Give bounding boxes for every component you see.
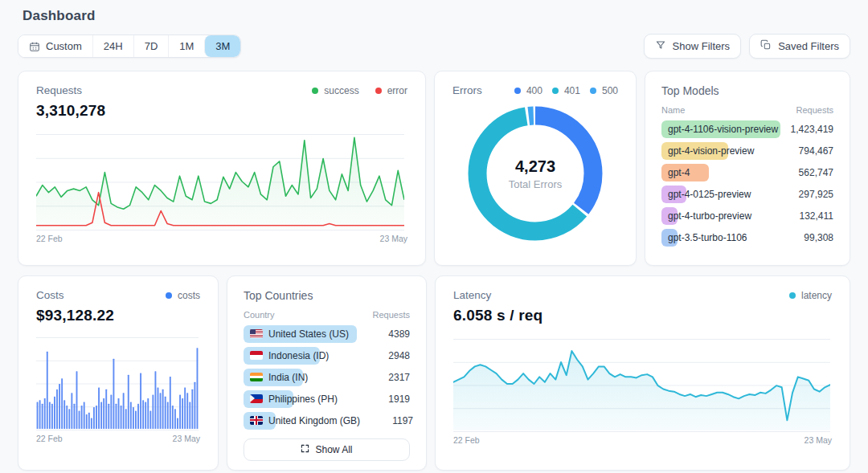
flag-ph-icon bbox=[250, 394, 263, 403]
row-label: gpt-4 bbox=[668, 167, 690, 178]
latency-x-axis: 22 Feb 23 May bbox=[453, 435, 832, 445]
country-row: Indonesia (ID)2948 bbox=[244, 345, 410, 366]
row-label: Indonesia (ID) bbox=[268, 350, 329, 361]
flag-id-icon bbox=[250, 351, 263, 360]
row-name: Indonesia (ID) bbox=[244, 350, 329, 361]
top-models-title: Top Models bbox=[661, 84, 833, 97]
latency-legend: latency bbox=[789, 290, 832, 301]
row-requests-value: 1197 bbox=[366, 415, 413, 426]
toolbar-filters: Show Filters Saved Filters bbox=[644, 34, 850, 59]
top-countries-list: United States (US)4389Indonesia (ID)2948… bbox=[244, 323, 410, 431]
country-row: United Kingdom (GB)1197 bbox=[244, 410, 410, 431]
column-header-country: Country bbox=[244, 310, 275, 320]
time-range-custom[interactable]: Custom bbox=[18, 35, 92, 57]
column-header-requests: Requests bbox=[373, 310, 410, 320]
errors-donut-chart: 4,273 Total Errors bbox=[467, 104, 604, 243]
time-range-label: 1M bbox=[179, 40, 194, 52]
flag-in-icon bbox=[250, 373, 263, 381]
row-requests-value: 1919 bbox=[363, 393, 410, 405]
time-range-1m[interactable]: 1M bbox=[168, 35, 204, 57]
row-label: gpt-4-1106-vision-preview bbox=[668, 124, 778, 135]
time-range-24h[interactable]: 24H bbox=[92, 35, 133, 57]
funnel-icon bbox=[655, 39, 666, 53]
time-range-3m-selected[interactable]: 3M bbox=[204, 35, 240, 57]
x-axis-start-label: 22 Feb bbox=[453, 435, 480, 445]
column-header-name: Name bbox=[661, 105, 685, 115]
legend-item-500: 500 bbox=[590, 85, 618, 96]
row-name: Philippines (PH) bbox=[244, 393, 338, 405]
dashboard-page: Dashboard Custom24H7D1M3M Show Filters S… bbox=[0, 0, 868, 471]
legend-label: costs bbox=[178, 290, 200, 301]
legend-label: success bbox=[324, 85, 358, 96]
row-requests-value: 132,411 bbox=[787, 210, 833, 222]
top-models-list: gpt-4-1106-vision-preview1,423,419gpt-4-… bbox=[661, 118, 833, 248]
row-requests-value: 2948 bbox=[363, 350, 410, 361]
row-label: gpt-4-0125-preview bbox=[668, 189, 751, 200]
time-range-label: Custom bbox=[46, 40, 82, 52]
latency-value: 6.058 s / req bbox=[453, 307, 832, 324]
row-name: India (IN) bbox=[244, 372, 308, 383]
flag-us-icon bbox=[250, 329, 263, 338]
costs-legend: costs bbox=[166, 290, 200, 301]
row-label: gpt-4-vision-preview bbox=[668, 145, 754, 157]
x-axis-end-label: 23 May bbox=[173, 434, 200, 443]
legend-item-400: 400 bbox=[514, 85, 542, 96]
row-requests-value: 794,467 bbox=[787, 145, 833, 157]
calendar-icon bbox=[29, 41, 40, 52]
latency-card: Latency latency 6.058 s / req 22 Feb 23 … bbox=[435, 275, 850, 471]
row-requests-value: 4389 bbox=[363, 328, 410, 340]
time-range-label: 7D bbox=[145, 40, 158, 52]
time-range-label: 24H bbox=[104, 40, 123, 52]
errors-legend: 400401500 bbox=[514, 85, 618, 96]
costs-card-title: Costs bbox=[36, 289, 64, 301]
toolbar: Custom24H7D1M3M Show Filters Saved Filte… bbox=[18, 34, 850, 59]
costs-bar-chart bbox=[36, 337, 199, 430]
show-filters-label: Show Filters bbox=[673, 40, 731, 52]
copy-icon bbox=[760, 39, 772, 53]
column-header-requests: Requests bbox=[796, 105, 833, 115]
legend-dot-icon bbox=[789, 292, 796, 299]
latency-area-chart bbox=[453, 339, 830, 432]
row-requests-value: 562,747 bbox=[787, 167, 833, 178]
row-label: United States (US) bbox=[268, 328, 349, 340]
time-range-label: 3M bbox=[215, 40, 230, 52]
errors-card-title: Errors bbox=[452, 84, 482, 96]
saved-filters-button[interactable]: Saved Filters bbox=[749, 34, 850, 59]
row-label: India (IN) bbox=[268, 372, 308, 383]
row-label: gpt-3.5-turbo-1106 bbox=[668, 232, 747, 243]
row-name: gpt-4-vision-preview bbox=[661, 145, 754, 157]
legend-dot-icon bbox=[375, 88, 382, 94]
requests-card-title: Requests bbox=[36, 84, 82, 96]
top-countries-columns: Country Requests bbox=[244, 310, 410, 320]
requests-x-axis: 22 Feb 23 May bbox=[36, 234, 407, 243]
legend-label: error bbox=[387, 85, 407, 96]
x-axis-start-label: 22 Feb bbox=[36, 234, 63, 243]
errors-card: Errors 400401500 4,273 Total Errors bbox=[434, 71, 637, 266]
top-models-columns: Name Requests bbox=[661, 105, 833, 115]
show-filters-button[interactable]: Show Filters bbox=[644, 34, 742, 59]
row-name: gpt-4-1106-vision-preview bbox=[661, 124, 778, 135]
requests-chart bbox=[36, 134, 407, 230]
top-countries-title: Top Countries bbox=[244, 289, 410, 302]
x-axis-end-label: 23 May bbox=[805, 435, 832, 445]
row-name: United States (US) bbox=[244, 328, 349, 340]
country-row: United States (US)4389 bbox=[244, 323, 410, 345]
time-range-7d[interactable]: 7D bbox=[133, 35, 169, 57]
legend-dot-icon bbox=[514, 88, 521, 94]
country-row: Philippines (PH)1919 bbox=[244, 388, 410, 410]
model-row: gpt-3.5-turbo-110699,308 bbox=[661, 226, 833, 248]
row-label: gpt-4-turbo-preview bbox=[668, 210, 751, 222]
legend-item-success: success bbox=[312, 85, 358, 96]
expand-icon bbox=[301, 444, 309, 455]
costs-x-axis: 22 Feb 23 May bbox=[36, 434, 200, 443]
time-range-selector: Custom24H7D1M3M bbox=[18, 35, 241, 58]
row-name: gpt-4-turbo-preview bbox=[661, 210, 751, 222]
model-row: gpt-4562,747 bbox=[661, 161, 833, 183]
model-row: gpt-4-1106-vision-preview1,423,419 bbox=[661, 118, 833, 140]
country-row: India (IN)2317 bbox=[244, 366, 410, 388]
show-all-button[interactable]: Show All bbox=[244, 438, 410, 461]
requests-line-chart bbox=[36, 134, 404, 230]
row-requests-value: 99,308 bbox=[787, 232, 833, 243]
requests-total-value: 3,310,278 bbox=[36, 102, 407, 120]
requests-legend: successerror bbox=[312, 85, 407, 96]
